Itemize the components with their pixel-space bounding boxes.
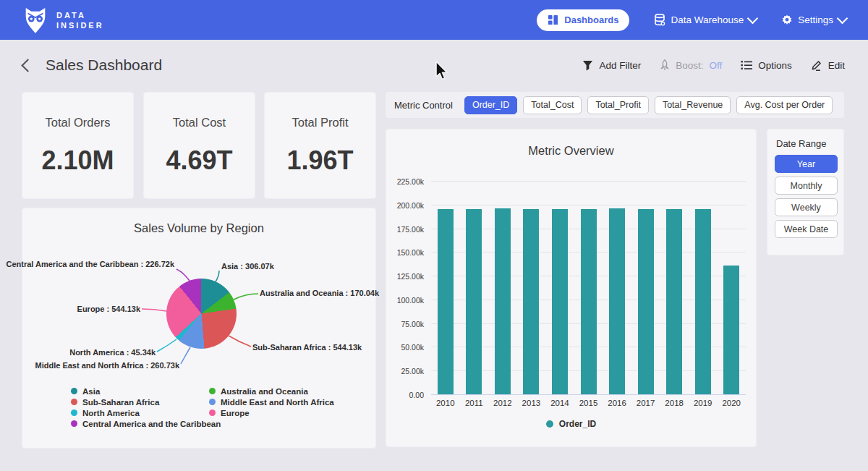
- date-range-option-week-date[interactable]: Week Date: [775, 220, 838, 238]
- legend-label: Europe: [221, 409, 250, 417]
- kpi-card-total-cost: Total Cost 4.69T: [143, 92, 255, 199]
- boost-toggle[interactable]: Boost: Off: [660, 59, 722, 71]
- pie-legend-item-europe[interactable]: Europe: [209, 407, 334, 418]
- edit-button[interactable]: Edit: [811, 59, 845, 71]
- bar-2017[interactable]: [638, 209, 654, 394]
- pie-label-middle-east-and-north-africa: Middle East and North Africa : 260.73k: [35, 361, 179, 370]
- date-range-option-year[interactable]: Year: [775, 155, 838, 173]
- bar-2014[interactable]: [552, 209, 568, 394]
- x-axis-tick: 2014: [545, 399, 574, 407]
- x-axis-tick: 2019: [689, 399, 718, 407]
- metric-option-avg-cost-per-order[interactable]: Avg. Cost per Order: [736, 96, 833, 114]
- pie-legend-item-middle-east-and-north-africa[interactable]: Middle East and North Africa: [209, 396, 334, 407]
- y-axis-tick: 75.00k: [386, 320, 424, 328]
- kpi-value: 2.10M: [22, 145, 133, 176]
- pie-legend-item-central-america-and-the-caribbean[interactable]: Central America and the Caribbean: [71, 418, 221, 429]
- metric-option-total-profit[interactable]: Total_Profit: [587, 96, 649, 114]
- x-axis-tick: 2020: [717, 399, 746, 407]
- dashboards-button[interactable]: Dashboards: [537, 9, 629, 31]
- owl-logo-icon: [22, 6, 49, 35]
- bar-2010[interactable]: [438, 209, 454, 394]
- brand[interactable]: DATA INSIDER: [22, 6, 104, 35]
- boost-state: Off: [709, 60, 722, 71]
- bar-chart-x-axis: 2010201120122013201420152016201720182019…: [431, 399, 746, 407]
- data-warehouse-menu[interactable]: Data Warehouse: [654, 14, 757, 26]
- bar-2012[interactable]: [495, 208, 511, 394]
- app: DATA INSIDER Dashboards D: [0, 0, 868, 471]
- database-icon: [654, 14, 665, 26]
- pie-circle[interactable]: [166, 279, 237, 349]
- metric-option-total-cost[interactable]: Total_Cost: [523, 96, 582, 114]
- edit-pencil-icon: [811, 59, 822, 71]
- y-axis-tick: 200.00k: [386, 201, 424, 210]
- bar-2016[interactable]: [609, 208, 625, 394]
- x-axis-tick: 2011: [460, 399, 489, 407]
- page-title: Sales Dashboard: [46, 56, 162, 74]
- kpi-label: Total Profit: [265, 116, 375, 130]
- x-axis-tick: 2015: [574, 399, 603, 407]
- leader-line: [142, 309, 166, 311]
- dashboard-grid-icon: [548, 14, 558, 25]
- date-range-option-monthly[interactable]: Monthly: [775, 177, 838, 195]
- pie-label-europe: Europe : 544.13k: [77, 305, 140, 314]
- legend-label: Australia and Oceania: [221, 387, 308, 396]
- date-range-option-weekly[interactable]: Weekly: [775, 198, 838, 216]
- bar-2019[interactable]: [695, 209, 711, 394]
- pie-chart-card: Sales Volume by Region Asia : 306.07kAus…: [22, 208, 376, 449]
- pie-legend-item-sub-saharan-africa[interactable]: Sub-Saharan Africa: [71, 396, 221, 407]
- leader-line: [181, 347, 190, 364]
- pie-legend-item-asia[interactable]: Asia: [71, 386, 221, 396]
- kpi-label: Total Cost: [144, 116, 255, 130]
- legend-dot: [546, 420, 553, 428]
- legend-label: Order_ID: [559, 419, 596, 429]
- metric-option-order-id[interactable]: Order_ID: [464, 96, 517, 114]
- legend-label: Central America and the Caribbean: [82, 420, 221, 428]
- add-filter-label: Add Filter: [599, 60, 641, 71]
- legend-label: Sub-Saharan Africa: [82, 398, 159, 407]
- y-axis-tick: 150.00k: [386, 248, 424, 257]
- pie-label-north-america: North America : 45.34k: [69, 348, 156, 357]
- options-label: Options: [758, 60, 792, 71]
- legend-label: Asia: [82, 387, 100, 396]
- x-axis-tick: 2016: [603, 399, 631, 407]
- bar-2015[interactable]: [581, 209, 597, 394]
- y-axis-tick: 100.00k: [386, 296, 424, 305]
- bar-2018[interactable]: [666, 209, 682, 394]
- add-filter-button[interactable]: Add Filter: [582, 60, 641, 71]
- kpi-label: Total Orders: [22, 116, 133, 130]
- pie-label-asia: Asia : 306.07k: [221, 262, 274, 271]
- metric-control-bar: Metric Control Order_IDTotal_CostTotal_P…: [386, 92, 844, 118]
- chevron-left-icon: [21, 59, 34, 72]
- date-range-panel: Date Range YearMonthlyWeeklyWeek Date: [767, 129, 844, 255]
- subheader: Sales Dashboard Add Filter Boost: Off: [0, 40, 868, 90]
- leader-line: [176, 269, 190, 281]
- settings-menu[interactable]: Settings: [781, 14, 846, 26]
- gridline: [431, 394, 746, 395]
- bar-chart-legend-item[interactable]: Order_ID: [386, 419, 756, 429]
- legend-dot: [71, 388, 77, 394]
- bar-chart-title: Metric Overview: [386, 144, 756, 158]
- leader-line: [234, 294, 258, 300]
- bar-2013[interactable]: [523, 209, 539, 394]
- pie-legend-item-north-america[interactable]: North America: [71, 407, 221, 418]
- bar-2011[interactable]: [466, 209, 482, 394]
- bar-series: [431, 174, 746, 394]
- back-button[interactable]: [20, 58, 35, 73]
- y-axis-tick: 125.00k: [386, 272, 424, 281]
- legend-dot: [209, 399, 216, 405]
- metric-option-total-revenue[interactable]: Total_Revenue: [655, 96, 731, 114]
- bar-2020[interactable]: [723, 266, 739, 394]
- header-actions: Add Filter Boost: Off Options: [582, 59, 845, 71]
- settings-label: Settings: [798, 14, 833, 25]
- kpi-card-total-orders: Total Orders 2.10M: [22, 92, 134, 199]
- legend-dot: [71, 410, 77, 416]
- options-button[interactable]: Options: [741, 60, 792, 71]
- kpi-card-total-profit: Total Profit 1.96T: [264, 92, 376, 199]
- legend-dot: [209, 388, 216, 394]
- x-axis-tick: 2010: [431, 399, 460, 407]
- legend-dot: [209, 410, 216, 416]
- leader-line: [157, 339, 176, 352]
- pie-legend-item-australia-and-oceania[interactable]: Australia and Oceania: [209, 386, 334, 396]
- pie-label-australia-and-oceania: Australia and Oceania : 170.04k: [260, 289, 379, 298]
- rocket-icon: [660, 59, 670, 71]
